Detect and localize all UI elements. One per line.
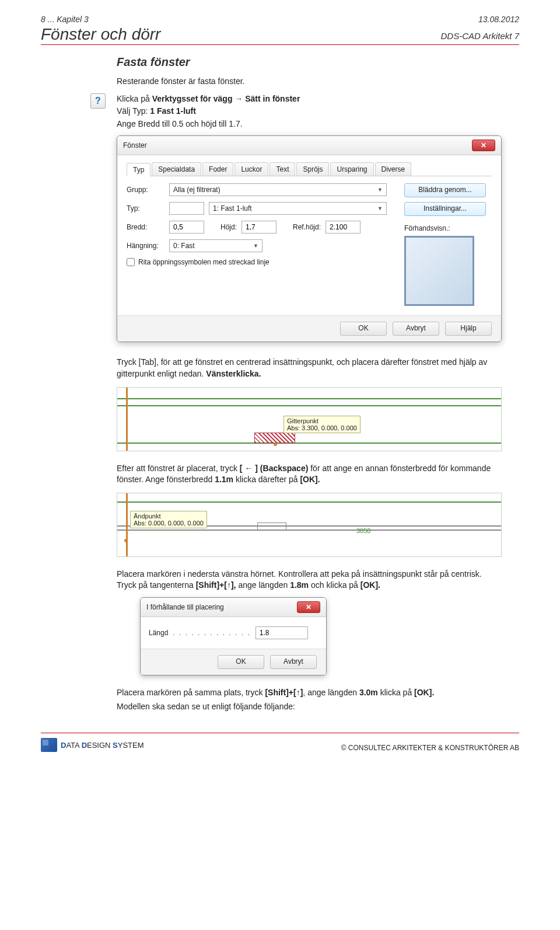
ok-button[interactable]: OK [218,655,264,669]
after-dialog-text: Tryck [Tab], för att ge fönstret en cent… [117,357,502,379]
tab-foder[interactable]: Foder [202,162,233,176]
help-icon: ? [90,93,106,109]
tab-specialdata[interactable]: Specialdata [152,162,201,176]
grupp-label: Grupp: [127,186,164,194]
hangning-combo[interactable]: 0: Fast▼ [169,239,262,252]
refhojd-input[interactable] [326,221,360,234]
chevron-down-icon: ▼ [377,205,383,211]
typ-code-input[interactable] [169,202,204,215]
tooltip1-value: Abs: 3.300, 0.000, 0.000 [287,424,357,431]
cancel-button[interactable]: Avbryt [270,655,317,669]
hangning-label: Hängning: [127,242,164,250]
hojd-label: Höjd: [220,223,237,231]
bredd-input[interactable] [169,221,204,234]
tooltip1-title: Gitterpunkt [287,417,357,424]
tab-ursparing[interactable]: Ursparing [330,162,373,176]
plan-view-1: Gitterpunkt Abs: 3.300, 0.000, 0.000 [117,387,502,451]
tab-luckor[interactable]: Luckor [235,162,268,176]
preview-label: Förhandsvisn.: [404,224,492,232]
chevron-down-icon: ▼ [253,243,258,249]
header-divider [41,44,519,45]
after-plan1-text: Efter att fönstret är placerat, tryck [ … [117,463,502,486]
close-button[interactable]: ✕ [472,140,495,151]
help-button[interactable]: Hjälp [445,322,492,336]
intro-text: Resterande fönster är fasta fönster. [117,76,502,88]
dimension-label: 3850 [356,527,370,534]
bredd-label: Bredd: [127,223,164,231]
grupp-combo[interactable]: Alla (ej filtrerat)▼ [169,183,387,196]
tooltip2-title: Ändpunkt [134,513,204,520]
close-button[interactable]: ✕ [297,601,320,613]
dots-filler: . . . . . . . . . . . . . [173,629,250,637]
closing-text-1: Placera markören på samma plats, tryck [… [117,687,502,699]
length-label: Längd [149,629,168,637]
tab-diverse[interactable]: Diverse [375,162,412,176]
section-title: Fasta fönster [117,55,502,69]
settings-button[interactable]: Inställningar... [404,202,486,216]
window-properties-dialog: Fönster ✕ Typ Specialdata Foder Luckor T… [117,135,502,342]
instruction-line-1: Klicka på Verktygsset för vägg → Sätt in… [117,93,502,105]
closing-text-2: Modellen ska sedan se ut enligt följande… [117,701,502,713]
dialog-tabs: Typ Specialdata Foder Luckor Text Spröjs… [127,162,492,176]
logo-cube-icon [41,738,57,752]
instruction-line-3: Ange Bredd till 0.5 och höjd till 1.7. [117,119,502,130]
close-icon: ✕ [481,141,487,149]
instruction-line-2: Välj Typ: 1 Fast 1-luft [117,106,502,117]
typ-label: Typ: [127,204,164,213]
typ-combo[interactable]: 1: Fast 1-luft▼ [209,202,387,215]
tab-sprojs[interactable]: Spröjs [296,162,329,176]
ok-button[interactable]: OK [340,322,387,336]
refhojd-label: Ref.höjd: [293,223,321,231]
dashed-symbol-checkbox[interactable] [127,258,135,266]
cancel-button[interactable]: Avbryt [393,322,439,336]
chevron-down-icon: ▼ [377,187,383,193]
small-dialog-title: I förhållande till placering [146,603,224,611]
dashed-symbol-label: Rita öppningssymbolen med streckad linje [138,258,270,266]
plan-view-2: Ändpunkt Abs: 0.000, 0.000, 0.000 3850 [117,493,502,557]
relative-placement-dialog: I förhållande till placering ✕ Längd . .… [140,597,327,675]
length-input[interactable] [256,626,308,639]
tooltip2-value: Abs: 0.000, 0.000, 0.000 [134,520,204,527]
footer-copyright: © CONSULTEC ARKITEKTER & KONSTRUKTÖRER A… [341,744,519,752]
footer-logo: DATA DESIGN SYSTEM [41,738,144,752]
chapter-label: 8 ... Kapitel 3 [41,15,89,24]
dialog-title: Fönster [123,141,147,149]
hojd-input[interactable] [242,221,276,234]
date-label: 13.08.2012 [478,15,519,24]
browse-button[interactable]: Bläddra genom... [404,183,486,197]
tab-text[interactable]: Text [270,162,295,176]
tab-typ[interactable]: Typ [127,163,150,176]
close-icon: ✕ [306,603,312,611]
preview-thumbnail [404,236,474,306]
after-plan2-text: Placera markören i nedersta vänstra hörn… [117,569,502,591]
